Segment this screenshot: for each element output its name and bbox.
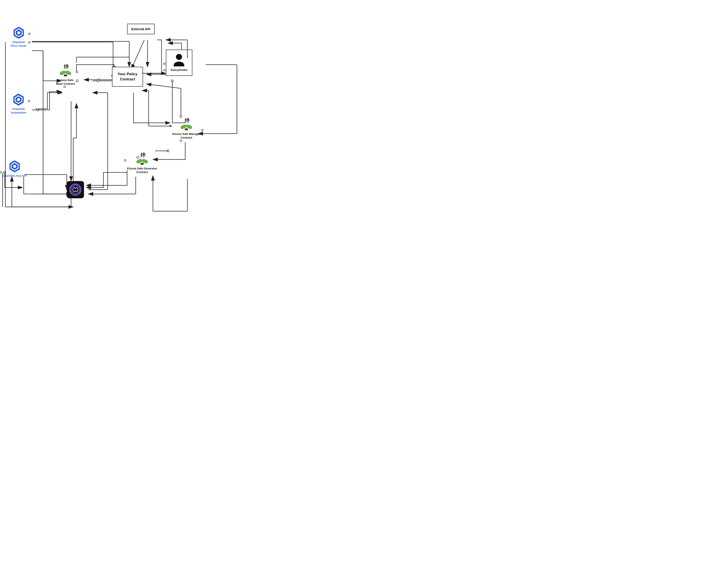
manager-dot-bottom bbox=[180, 139, 182, 143]
chainlink-auto-icon bbox=[12, 93, 25, 106]
svg-text:绊: 绊 bbox=[64, 64, 69, 70]
chainlink-automation-node: Chainlink Automation bbox=[11, 93, 26, 115]
svg-point-11 bbox=[37, 109, 39, 111]
your-policy-label: Your PolicyContract bbox=[118, 72, 137, 81]
outer-border-svg bbox=[0, 0, 364, 284]
price-dot-2 bbox=[28, 40, 30, 44]
svg-point-14 bbox=[167, 150, 169, 152]
your-policy-node: Your PolicyContract bbox=[112, 67, 143, 87]
svg-rect-50 bbox=[74, 188, 77, 191]
generator-dot bbox=[124, 158, 126, 162]
svg-point-8 bbox=[97, 80, 99, 82]
kizuna-generator-logo: 绊 bbox=[135, 151, 150, 166]
svg-text:绊: 绊 bbox=[184, 118, 190, 123]
svg-point-23 bbox=[17, 98, 20, 101]
diagram: Chainlink Price Feeds Chainlink Automati… bbox=[0, 0, 364, 284]
manager-dot-left bbox=[169, 124, 171, 128]
base-dot-right bbox=[76, 70, 78, 74]
price-dot-1 bbox=[28, 32, 30, 36]
kizuna-base-logo: 绊 bbox=[58, 62, 73, 78]
keepers-icon bbox=[67, 181, 84, 198]
chainlink-price-label: Chainlink Price Feeds bbox=[11, 40, 26, 48]
svg-point-73 bbox=[98, 79, 100, 81]
kizuna-base-label: Kizuna SafeBase Contract bbox=[56, 78, 75, 86]
auto-dot bbox=[28, 99, 30, 103]
svg-point-9 bbox=[76, 80, 78, 82]
external-api-box: External API bbox=[127, 24, 155, 34]
ph-dot-2 bbox=[163, 68, 165, 72]
svg-point-33 bbox=[64, 74, 67, 76]
chainlink-anyapi-icon bbox=[8, 159, 22, 173]
chainlink-anyapi-node: Chainlink Any API bbox=[3, 159, 26, 178]
base-dot-bottom bbox=[64, 85, 66, 89]
svg-point-39 bbox=[185, 128, 188, 130]
policyholder-node: PolicyHolder bbox=[166, 50, 192, 76]
svg-point-20 bbox=[17, 31, 20, 34]
connections-svg bbox=[0, 0, 364, 284]
kizuna-manager-label: Kizuna Safe ManagerContract bbox=[172, 132, 201, 140]
keepers-node bbox=[67, 181, 84, 198]
your-policy-box: Your PolicyContract bbox=[112, 67, 143, 87]
external-api-node: External API bbox=[127, 24, 155, 34]
keepers-logo bbox=[69, 183, 82, 196]
person-icon bbox=[173, 53, 185, 67]
svg-text:绊: 绊 bbox=[140, 152, 146, 158]
svg-point-6 bbox=[171, 80, 173, 82]
manager-dot-right bbox=[201, 128, 204, 132]
kizuna-base-node: 绊 Kizuna SafeBase Contract bbox=[56, 62, 75, 86]
chainlink-price-feeds-node: Chainlink Price Feeds bbox=[11, 26, 26, 48]
kizuna-manager-logo: 绊 bbox=[179, 116, 194, 131]
chainlink-price-icon bbox=[12, 26, 26, 40]
ph-dot-1 bbox=[163, 62, 165, 66]
svg-line-17 bbox=[131, 40, 144, 69]
chainlink-anyapi-label: Chainlink Any API bbox=[3, 174, 26, 178]
chainlink-auto-label: Chainlink Automation bbox=[11, 107, 26, 115]
external-api-label: External API bbox=[131, 27, 150, 31]
kizuna-generator-node: 绊 Kizuna Safe GeneratorContract bbox=[127, 151, 157, 174]
svg-point-27 bbox=[176, 54, 182, 60]
kizuna-manager-node: 绊 Kizuna Safe ManagerContract bbox=[172, 116, 201, 140]
svg-point-26 bbox=[13, 165, 16, 168]
svg-point-45 bbox=[140, 163, 144, 165]
policyholder-label: PolicyHolder bbox=[171, 68, 188, 72]
anyapi-dot bbox=[0, 170, 2, 174]
kizuna-generator-label: Kizuna Safe GeneratorContract bbox=[127, 167, 157, 174]
